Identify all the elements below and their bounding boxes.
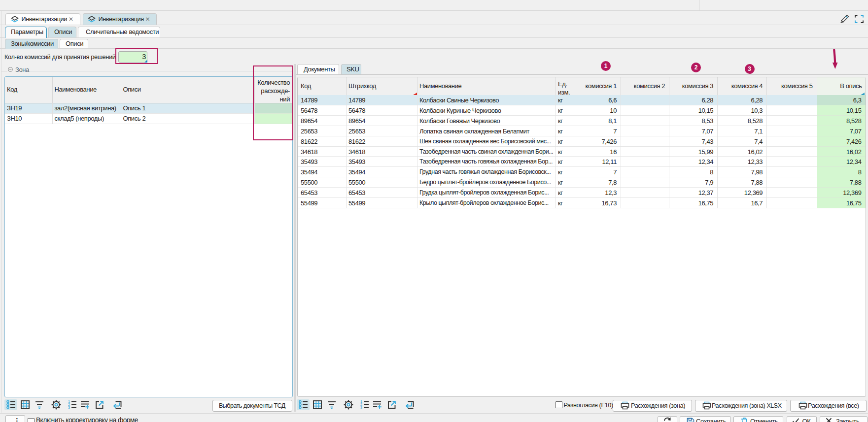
svg-text:3: 3: [68, 405, 70, 410]
svg-text:3: 3: [360, 405, 362, 410]
